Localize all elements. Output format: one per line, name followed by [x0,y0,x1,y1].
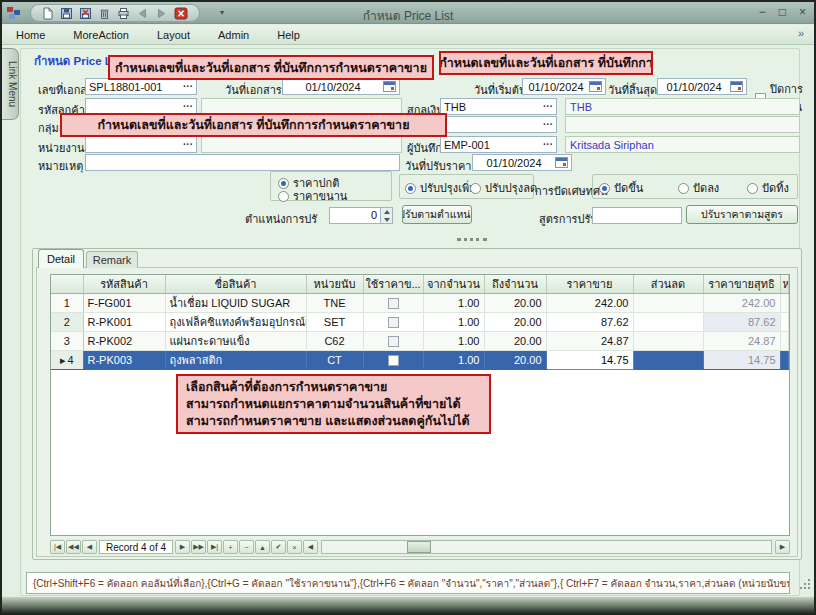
horizontal-scrollbar[interactable] [321,540,772,554]
menu-layout[interactable]: Layout [143,27,204,43]
col-use-parallel[interactable]: ใช้ราคาข... [363,275,423,294]
recorder-field[interactable]: EMP-001 ··· [440,136,557,153]
end-date-field[interactable]: 01/10/2024 [657,78,747,95]
grid-header-row: รหัสสินค้า ชื่อสินค้า หน่วยนับ ใช้ราคาข.… [51,275,789,294]
close-button[interactable]: × [799,5,806,19]
use-parallel-checkbox[interactable] [388,317,399,328]
radio-icon [405,183,416,194]
department-lookup-button[interactable]: ··· [183,141,193,149]
extra-lookup-button[interactable]: ··· [543,121,553,129]
price-edit-cell[interactable]: 14.75 [546,351,633,370]
doc-no-field[interactable]: SPL18801-001 ··· [85,78,197,95]
resize-grip[interactable] [800,579,811,590]
col-from-qty[interactable]: จากจำนวน [423,275,484,294]
remark-label: หมายเหตุ [38,157,83,175]
currency-field[interactable]: THB ··· [440,98,557,115]
recorder-display: Kritsada Siriphan [565,136,800,153]
round-down-radio[interactable]: ปัดลง [678,179,719,197]
formula-field[interactable] [592,207,682,224]
menubar: Home MoreAction Layout Admin Help [2,25,814,45]
col-to-qty[interactable]: ถึงจำนวน [484,275,546,294]
price-parallel-radio[interactable]: ราคาขนาน [278,187,347,205]
doc-date-field[interactable]: 01/10/2024 [282,78,400,95]
adjust-by-position-button[interactable]: ปรับตามตำแหน่ง [402,205,472,224]
use-parallel-checkbox[interactable] [388,336,399,347]
annotation-box-grid: เลือกสินค้าที่ต้องการกำหนดราคาขาย สามารถ… [176,374,491,434]
currency-display: THB [565,98,800,115]
nav-edit-button[interactable]: ▲ [255,540,270,554]
department-field[interactable]: ··· [85,136,197,153]
menu-admin[interactable]: Admin [204,27,263,43]
extra-lookup-field[interactable]: ··· [440,116,557,133]
tab-detail[interactable]: Detail [38,249,84,268]
tab-remark[interactable]: Remark [86,251,138,268]
annotation-box-doc: กำหนดเลขที่และวันที่เอกสาร ที่บันทึกการก… [108,55,434,80]
department-label: หน่วยงาน [38,139,84,157]
titlebar: ▾ กำหนด Price List − □ × [2,2,814,24]
adjust-date-field[interactable]: 01/10/2024 [472,154,572,171]
minimize-button[interactable]: − [759,5,766,19]
nav-add-button[interactable]: + [223,540,238,554]
nav-cancel-button[interactable]: × [287,540,302,554]
col-discount[interactable]: ส่วนลด [633,275,703,294]
menu-moreaction[interactable]: MoreAction [59,27,143,43]
adjust-by-formula-button[interactable]: ปรับราคาตามสูตร [686,205,798,224]
customer-code-lookup-button[interactable]: ··· [183,103,193,111]
nav-prev-button[interactable]: ◀ [82,540,97,554]
shortcut-hints: {Ctrl+Shift+F6 = คัดลอก คอลัมน์ที่เลือก}… [33,576,790,591]
adjust-decrease-radio[interactable]: ปรับปรุงลด [470,179,537,197]
stepper-arrows-icon[interactable] [380,208,392,223]
doc-date-label: วันที่เอกสาร [225,81,282,99]
adjust-increase-radio[interactable]: ปรับปรุงเพิ่ม [405,179,476,197]
nav-delete-button[interactable]: − [239,540,254,554]
round-discard-radio[interactable]: ปัดทิ้ง [747,179,789,197]
price-grid: รหัสสินค้า ชื่อสินค้า หน่วยนับ ใช้ราคาข.… [51,275,789,370]
menu-overflow-icon[interactable]: » [798,27,804,39]
round-up-radio[interactable]: ปัดขึ้น [599,179,643,197]
scrollbar-thumb[interactable] [407,541,431,553]
start-date-field[interactable]: 01/10/2024 [522,78,606,95]
hscroll-left-button[interactable]: ◀ [303,540,318,554]
calendar-icon[interactable] [730,81,743,92]
col-net-price[interactable]: ราคาขายสุทธิ [703,275,780,294]
currency-lookup-button[interactable]: ··· [543,103,553,111]
menu-home[interactable]: Home [2,27,59,43]
nav-prev-page-button[interactable]: ◀◀ [66,540,81,554]
use-parallel-checkbox[interactable] [388,355,399,366]
nav-next-page-button[interactable]: ▶▶ [191,540,206,554]
calendar-icon[interactable] [589,81,602,92]
nav-first-button[interactable]: |◀ [50,540,65,554]
col-indicator[interactable] [51,275,83,294]
table-row[interactable]: 2 R-PK001 ถุงเฟล็คซิแทงค์พร้อมอุปกรณ์เสร… [51,313,789,332]
radio-icon [278,191,289,202]
table-row[interactable]: 1 F-FG001 น้ำเชื่อม LIQUID SUGAR TNE 1.0… [51,294,789,313]
splitter-handle[interactable] [457,238,487,241]
radio-icon [678,183,689,194]
col-unit[interactable]: หน่วยนับ [306,275,363,294]
col-price[interactable]: ราคาขาย [546,275,633,294]
maximize-button[interactable]: □ [779,5,786,19]
table-row[interactable]: 3 R-PK002 แผ่นกระดาษแข็ง C62 1.00 20.00 … [51,332,789,351]
use-parallel-checkbox[interactable] [388,298,399,309]
nav-next-button[interactable]: ▶ [175,540,190,554]
col-item-code[interactable]: รหัสสินค้า [83,275,165,294]
remark-field[interactable] [85,154,400,171]
annotation-box-dates: กำหนดเลขที่และวันที่เอกสาร ที่บันทึกกา [439,51,653,75]
window-bottom-edge [2,597,814,613]
calendar-icon[interactable] [383,81,396,92]
start-date-label: วันที่เริ่มต้น [474,81,527,99]
link-menu-tab[interactable]: Link Menu [2,48,19,120]
radio-icon [747,183,758,194]
doc-no-lookup-button[interactable]: ··· [183,83,193,91]
col-extra[interactable]: หน [780,275,789,294]
hscroll-right-button[interactable]: ▶ [775,540,790,554]
table-row-selected[interactable]: ▸4 R-PK003 ถุงพลาสติก CT 1.00 20.00 14.7… [51,351,789,370]
nav-commit-button[interactable]: ✔ [271,540,286,554]
nav-last-button[interactable]: ▶| [207,540,222,554]
menu-help[interactable]: Help [263,27,314,43]
recorder-lookup-button[interactable]: ··· [543,141,553,149]
position-stepper[interactable]: 0 [329,207,393,224]
grid-area: รหัสสินค้า ชื่อสินค้า หน่วยนับ ใช้ราคาข.… [50,274,790,536]
col-item-name[interactable]: ชื่อสินค้า [165,275,306,294]
calendar-icon[interactable] [555,157,568,168]
